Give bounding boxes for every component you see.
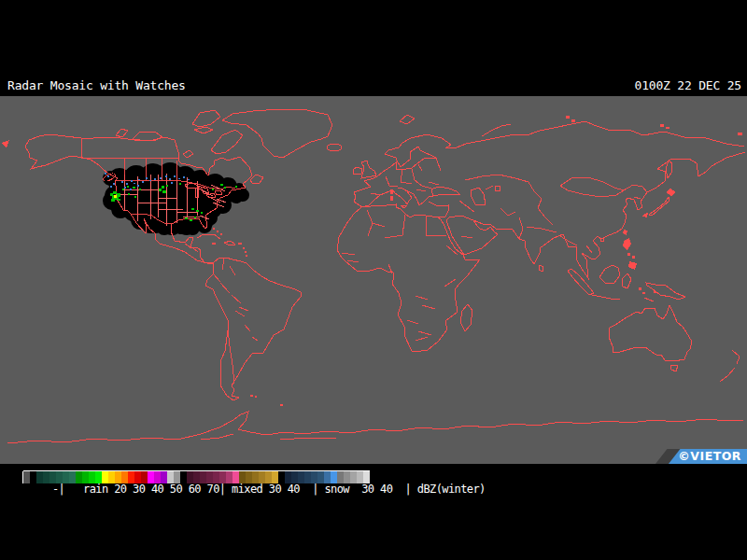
radar-screen: Radar Mosaic with Watches 0100Z 22 DEC 2… <box>0 0 747 560</box>
world-map <box>0 96 747 464</box>
legend-color-cell <box>23 471 30 483</box>
heavy-echo-core <box>114 195 117 198</box>
watermark-badge: ©VIETOR <box>635 449 747 464</box>
legend-text: -| rain 20 30 40 50 60 70| mixed 30 40 |… <box>52 483 486 496</box>
world-map-panel: ©VIETOR <box>0 96 747 464</box>
legend-color-cell <box>43 471 49 483</box>
legend-color-cell <box>36 471 43 483</box>
legend-color-cell <box>30 471 36 483</box>
product-title: Radar Mosaic with Watches <box>7 78 186 92</box>
coastlines <box>2 109 745 443</box>
timestamp: 0100Z 22 DEC 25 <box>635 78 741 92</box>
watermark-label: ©VIETOR <box>678 449 741 463</box>
